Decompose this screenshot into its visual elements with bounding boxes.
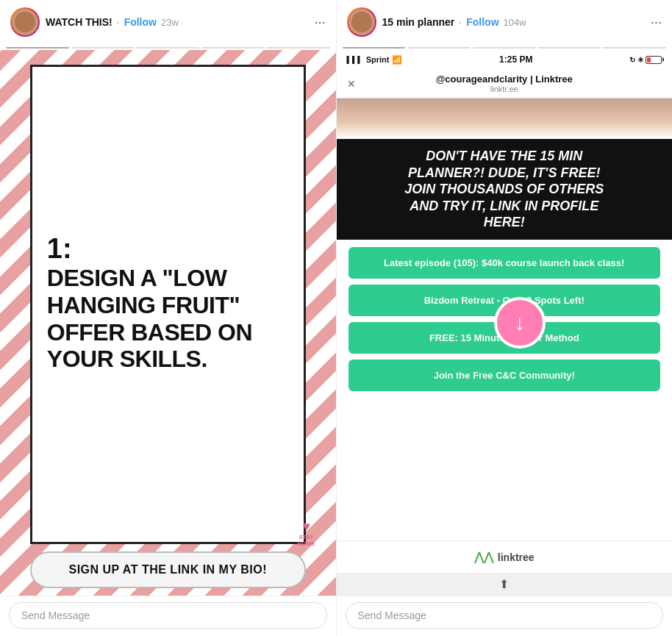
- left-send-message-bar: Send Message: [0, 596, 336, 636]
- right-send-message-bar: Send Message: [337, 596, 673, 636]
- browser-bar: ✕ @courageandclarity | Linktree linktr.e…: [337, 69, 673, 99]
- promo-text: Don't have the 15 min planner?! Dude, it…: [348, 148, 661, 231]
- right-story-meta: 15 min planner · Follow 104w: [382, 16, 645, 28]
- right-progress-seg-5: [603, 47, 666, 49]
- left-story-card: 1: DESIGN A "LOW HANGING FRUIT" OFFER BA…: [30, 65, 306, 544]
- left-story-bottom-card: SIGN UP AT THE LINK IN MY BIO!: [30, 551, 306, 588]
- right-story-content[interactable]: ▌▌▌ Sprint 📶 1:25 PM ↻ ✳ ✕: [337, 50, 673, 596]
- left-username: WATCH THIS!: [46, 16, 112, 28]
- left-story-panel: WATCH THIS! · Follow 23w ··· 1: DESIGN A…: [0, 0, 337, 636]
- progress-seg-2: [71, 47, 135, 49]
- right-progress-bar: [337, 44, 673, 50]
- status-time: 1:25 PM: [499, 54, 532, 65]
- right-progress-seg-1: [343, 47, 406, 49]
- progress-seg-5: [267, 47, 330, 49]
- card-number: 1:: [47, 233, 289, 265]
- browser-subdomain: linktr.ee: [365, 85, 645, 93]
- status-right: ↻ ✳: [629, 56, 662, 64]
- linktree-logo-icon: ⋀⋀: [474, 550, 493, 564]
- right-username: 15 min planner: [382, 16, 455, 28]
- right-avatar: [347, 7, 376, 37]
- phone-status-bar: ▌▌▌ Sprint 📶 1:25 PM ↻ ✳: [337, 50, 673, 69]
- progress-seg-3: [136, 47, 199, 49]
- right-follow-button[interactable]: Follow: [466, 16, 498, 28]
- progress-seg-4: [201, 47, 265, 49]
- swipe-arrow-icon: ⬆: [499, 577, 509, 591]
- progress-seg-1: [6, 47, 69, 49]
- battery-icon: [646, 56, 662, 64]
- right-progress-seg-2: [407, 47, 471, 49]
- left-progress-bar: [0, 44, 336, 50]
- right-progress-seg-4: [538, 47, 601, 49]
- left-avatar: [10, 7, 40, 37]
- left-more-button[interactable]: ···: [314, 15, 325, 30]
- phone-mockup: ▌▌▌ Sprint 📶 1:25 PM ↻ ✳ ✕: [337, 50, 673, 573]
- left-story-meta: WATCH THIS! · Follow 23w: [46, 16, 308, 28]
- signal-icon: ▌▌▌: [347, 56, 363, 63]
- linktree-footer: ⋀⋀ linktree: [337, 540, 673, 573]
- status-left: ▌▌▌ Sprint 📶: [347, 55, 403, 65]
- left-story-header: WATCH THIS! · Follow 23w ···: [0, 0, 336, 44]
- linktree-buttons: Latest episode (105): $40k course launch…: [337, 240, 673, 541]
- swipe-up-area: ⬆: [337, 573, 673, 596]
- promo-banner: Don't have the 15 min planner?! Dude, it…: [337, 139, 673, 240]
- right-progress-seg-3: [473, 47, 536, 49]
- right-send-message-input[interactable]: Send Message: [346, 602, 664, 629]
- browser-close-button[interactable]: ✕: [344, 76, 359, 91]
- orientation-icon: ↻: [629, 56, 635, 64]
- stay-home-badge: ♥ STAY HOME: [298, 519, 315, 548]
- right-story-time: 104w: [504, 17, 526, 28]
- profile-image-area: [337, 99, 673, 139]
- lt-btn-1[interactable]: Latest episode (105): $40k course launch…: [348, 247, 661, 279]
- left-story-time: 23w: [161, 17, 179, 28]
- bluetooth-icon: ✳: [637, 56, 643, 64]
- left-send-message-input[interactable]: Send Message: [9, 602, 327, 629]
- linktree-label: linktree: [498, 551, 535, 563]
- left-story-content[interactable]: 1: DESIGN A "LOW HANGING FRUIT" OFFER BA…: [0, 50, 336, 596]
- right-story-header: 15 min planner · Follow 104w ···: [337, 0, 673, 44]
- lt-btn-4[interactable]: Join the Free C&C Community!: [348, 360, 661, 391]
- wifi-icon: 📶: [392, 55, 402, 65]
- download-arrow-icon: ↓: [514, 310, 525, 335]
- browser-title: @courageandclarity | Linktree: [365, 74, 645, 85]
- bottom-text: SIGN UP AT THE LINK IN MY BIO!: [46, 563, 290, 576]
- download-overlay: ↓: [494, 297, 546, 349]
- left-follow-button[interactable]: Follow: [124, 16, 157, 28]
- card-text: DESIGN A "LOW HANGING FRUIT" OFFER BASED…: [47, 265, 289, 373]
- right-story-panel: 15 min planner · Follow 104w ··· ▌▌▌: [337, 0, 673, 636]
- right-more-button[interactable]: ···: [651, 15, 662, 30]
- carrier-label: Sprint: [366, 55, 390, 64]
- browser-url-area: @courageandclarity | Linktree linktr.ee: [365, 74, 645, 93]
